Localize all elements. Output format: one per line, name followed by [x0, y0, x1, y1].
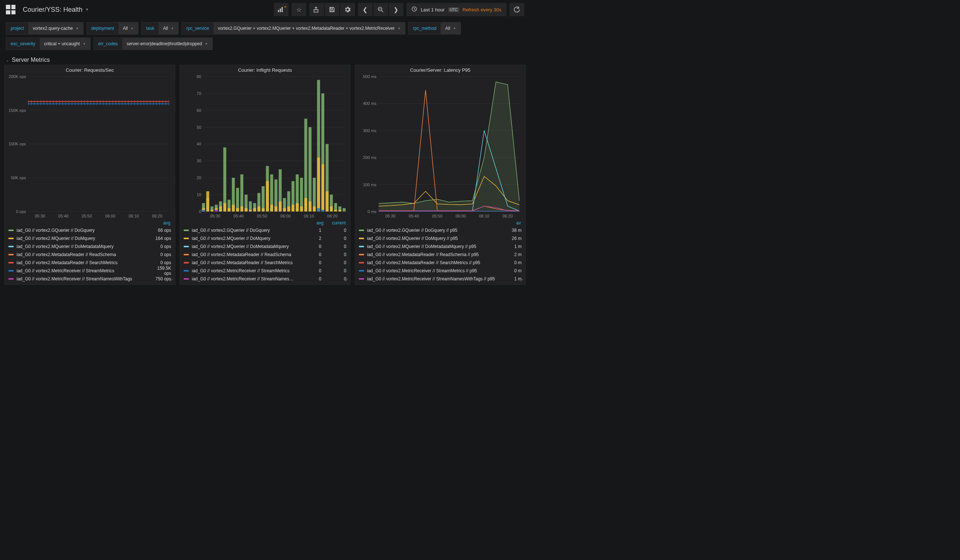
svg-rect-2 [282, 7, 283, 12]
legend-row[interactable]: iad_G0 // vortex2.MetadataReader // Sear… [359, 258, 522, 267]
clock-icon [411, 6, 417, 13]
time-forward-button[interactable]: ❯ [389, 3, 403, 16]
variable-value: All▼ [441, 22, 460, 34]
legend-row[interactable]: iad_G0 // vortex2.MetadataReader // Read… [359, 250, 522, 258]
variable-rpc_method[interactable]: rpc_method All▼ [408, 22, 461, 35]
svg-rect-167 [249, 210, 252, 212]
section-row[interactable]: ⌄ Server Metrics [0, 53, 530, 65]
legend-row[interactable]: iad_G0 // vortex2.MQuerier // DoMquery20 [184, 235, 346, 243]
legend-row[interactable]: iad_G0 // vortex2.GQuerier // DoGquery66… [8, 226, 171, 235]
svg-rect-143 [202, 210, 205, 212]
legend-header: avg [5, 220, 175, 226]
svg-text:06:00: 06:00 [456, 214, 466, 218]
legend-value: 0 [324, 276, 346, 281]
resize-handle-icon[interactable]: ⤢ [520, 278, 524, 283]
svg-text:05:30: 05:30 [210, 214, 221, 218]
add-panel-button[interactable]: + [274, 3, 289, 16]
svg-rect-183 [283, 208, 286, 212]
legend-swatch [359, 278, 364, 280]
legend-swatch [359, 246, 364, 247]
variable-label: task [142, 26, 158, 31]
variable-err_codes[interactable]: err_codes server-error|deadline|throttle… [93, 38, 213, 50]
svg-rect-161 [236, 208, 239, 212]
zoom-out-button[interactable] [373, 3, 388, 16]
svg-text:100K ops: 100K ops [9, 142, 27, 147]
legend-col-header[interactable]: avg [301, 220, 323, 225]
svg-text:100 ms: 100 ms [363, 182, 376, 187]
variable-rpc_service[interactable]: rpc_service vortex2.GQuerier + vortex2.M… [181, 22, 405, 35]
svg-rect-169 [253, 208, 256, 212]
variable-project[interactable]: project vortex2.query-cache▼ [6, 22, 83, 35]
svg-rect-154 [224, 148, 226, 212]
caret-down-icon: ▼ [76, 27, 79, 30]
svg-text:06:00: 06:00 [280, 214, 291, 218]
svg-text:200 ms: 200 ms [363, 155, 376, 160]
svg-rect-1 [280, 8, 281, 12]
variable-value: All▼ [158, 22, 178, 34]
dashboard-title-dropdown[interactable]: Courier/YSS: Health ▼ [23, 6, 89, 14]
legend-row[interactable]: iad_G0 // vortex2.MQuerier // DoMetadata… [8, 243, 171, 250]
panel-chart[interactable]: 0102030405060708005:3005:4005:5006:0006:… [180, 73, 350, 220]
panel[interactable]: Courier: Requests/Sec0 ops50K ops100K op… [5, 65, 175, 285]
legend-col-header[interactable]: current [323, 220, 346, 225]
panel-chart[interactable]: 0 ops50K ops100K ops150K ops200K ops05:3… [5, 73, 175, 220]
legend-swatch [8, 262, 14, 263]
legend-swatch [184, 270, 189, 271]
svg-rect-202 [322, 164, 324, 211]
svg-rect-191 [300, 206, 303, 212]
legend-row[interactable]: iad_G0 // vortex2.MQuerier // DoMetadata… [184, 243, 346, 250]
legend-row[interactable]: iad_G0 // vortex2.MQuerier // DoMquery16… [8, 235, 171, 243]
legend-row[interactable]: iad_G0 // vortex2.MQuerier // DoMetadata… [359, 243, 522, 250]
legend-swatch [8, 238, 14, 239]
legend-row[interactable]: iad_G0 // vortex2.MetadataReader // Sear… [8, 258, 171, 267]
legend-row[interactable]: iad_G0 // vortex2.GQuerier // DoGquery /… [359, 226, 522, 235]
panel[interactable]: Courier: Inflight Requests01020304050607… [180, 65, 350, 285]
legend-row[interactable]: iad_G0 // vortex2.MetricReceiver // Stre… [8, 275, 171, 283]
caret-down-icon: ▼ [453, 27, 456, 30]
variable-value: critical + uncaught▼ [40, 38, 90, 49]
legend-swatch [184, 254, 189, 255]
caret-down-icon: ▼ [205, 42, 208, 46]
legend-row[interactable]: iad_G0 // vortex2.MQuerier // DoMquery /… [359, 235, 522, 243]
legend-row[interactable]: iad_G0 // vortex2.MetricReceiver // Stre… [184, 275, 346, 283]
panel[interactable]: Courier/Server: Latency P950 ms100 ms200… [355, 65, 526, 285]
legend-value: 0 ops [149, 260, 171, 265]
resize-handle-icon[interactable]: ⤢ [169, 278, 173, 283]
legend-value: 38 m [499, 228, 522, 233]
legend-row[interactable]: iad_G0 // vortex2.MetadataReader // Read… [184, 250, 346, 258]
save-button[interactable] [325, 3, 339, 16]
legend-row[interactable]: iad_G0 // vortex2.MetricReceiver // Stre… [359, 267, 522, 275]
legend-col-header[interactable]: av [499, 220, 521, 225]
legend-row[interactable]: iad_G0 // vortex2.GQuerier // DoGquery10 [184, 226, 346, 235]
variable-deployment[interactable]: deployment All▼ [86, 22, 138, 35]
star-button[interactable]: ☆ [291, 3, 306, 16]
legend-swatch [8, 246, 14, 247]
svg-text:05:50: 05:50 [257, 214, 267, 218]
time-range-button[interactable]: Last 1 hour UTC Refresh every 30s [406, 3, 507, 16]
app-logo-icon[interactable] [6, 5, 16, 14]
variable-task[interactable]: task All▼ [141, 22, 179, 35]
legend-col-header[interactable]: avg [148, 220, 170, 225]
legend-row[interactable]: iad_G0 // vortex2.MetricReceiver // Stre… [359, 275, 522, 283]
legend-row[interactable]: iad_G0 // vortex2.MetadataReader // Sear… [184, 258, 346, 267]
legend-series-name: iad_G0 // vortex2.MetadataReader // Sear… [367, 260, 496, 265]
time-back-button[interactable]: ❮ [358, 3, 373, 16]
caret-down-icon: ▼ [85, 8, 89, 11]
panel-chart[interactable]: 0 ms100 ms200 ms300 ms400 ms500 ms05:300… [355, 73, 525, 220]
svg-rect-181 [278, 201, 282, 212]
panels-row: Courier: Requests/Sec0 ops50K ops100K op… [0, 65, 530, 285]
refresh-button[interactable] [509, 3, 524, 16]
caret-down-icon: ▼ [83, 42, 86, 46]
svg-text:05:30: 05:30 [386, 214, 396, 218]
legend-value: 0 [324, 244, 346, 249]
legend-row[interactable]: iad_G0 // vortex2.MetricReceiver // Stre… [184, 267, 346, 275]
settings-button[interactable] [340, 3, 355, 16]
legend-row[interactable]: iad_G0 // vortex2.MetricReceiver // Stre… [8, 267, 171, 275]
legend-row[interactable]: iad_G0 // vortex2.MetadataReader // Read… [8, 250, 171, 258]
caret-down-icon: ▼ [398, 27, 400, 30]
legend-value: 0 [299, 252, 322, 257]
svg-text:50: 50 [197, 125, 201, 129]
share-button[interactable] [309, 3, 324, 16]
resize-handle-icon[interactable]: ⤢ [344, 278, 349, 283]
variable-exc_severity[interactable]: exc_severity critical + uncaught▼ [6, 38, 91, 50]
